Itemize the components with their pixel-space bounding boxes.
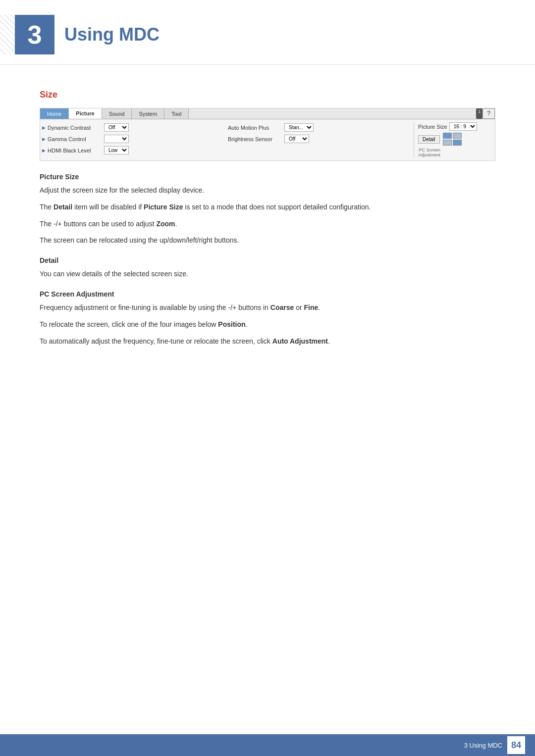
ui-tabs: Home Picture Sound System Tool 1 ? [40, 108, 495, 119]
chapter-title: Using MDC [64, 24, 160, 45]
detail-heading: Detail [40, 256, 495, 264]
auto-motion-select[interactable]: Stan... [284, 123, 314, 132]
picture-size-p4: The screen can be relocated using the up… [40, 235, 495, 247]
main-content: Size Home Picture Sound System Tool 1 ? [0, 65, 535, 372]
coarse-bold: Coarse [270, 303, 294, 311]
chapter-header: 3 Using MDC [0, 0, 535, 65]
pc-screen-p1: Frequency adjustment or fine-tuning is a… [40, 302, 495, 314]
detail-bold: Detail [54, 203, 72, 211]
detail-p1: You can view details of the selected scr… [40, 268, 495, 280]
gamma-control-label: Gamma Control [48, 136, 102, 142]
detail-button[interactable]: Detail [418, 135, 440, 144]
preview-cell-tr [453, 133, 462, 139]
picture-size-heading: Picture Size [40, 173, 495, 181]
fine-bold: Fine [304, 303, 318, 311]
auto-adjustment-bold: Auto Adjustment [272, 337, 328, 345]
dynamic-contrast-select[interactable]: Off [104, 123, 129, 132]
tab-system[interactable]: System [132, 108, 164, 119]
gamma-control-select[interactable] [104, 135, 129, 143]
help-button[interactable]: ? [482, 108, 495, 119]
pc-screen-adjustment-heading: PC Screen Adjustment [40, 290, 495, 298]
footer-text: 3 Using MDC [464, 742, 502, 749]
pc-screen-label: PC ScreenAdjustment [418, 148, 440, 157]
picture-size-label: Picture Size [418, 124, 447, 130]
chapter-number: 3 [15, 15, 54, 54]
zoom-bold: Zoom [156, 220, 175, 228]
picture-size-bold: Picture Size [144, 203, 183, 211]
picture-size-row: Picture Size 16 : 9 [418, 122, 477, 131]
arrow-icon-1: ▶ [42, 125, 46, 130]
ui-badge: 1 [476, 108, 482, 119]
brightness-sensor-label: Brightness Sensor [228, 136, 282, 142]
preview-cell-bl [443, 140, 452, 146]
preview-cell-tl [443, 133, 452, 139]
ui-content-area: ▶ Dynamic Contrast Off ▶ Gamma Control ▶… [40, 119, 495, 160]
ui-row-auto-motion: Auto Motion Plus Stan... [228, 122, 411, 133]
tab-home[interactable]: Home [40, 108, 69, 119]
preview-box [443, 133, 462, 146]
arrow-icon-2: ▶ [42, 137, 46, 142]
arrow-icon-3: ▶ [42, 148, 46, 153]
ui-right-panel: Picture Size 16 : 9 Detail [414, 122, 493, 157]
tab-sound[interactable]: Sound [102, 108, 132, 119]
page-footer: 3 Using MDC 84 [0, 734, 535, 756]
ui-row-hdmi-black: ▶ HDMI Black Level Low [42, 145, 225, 155]
ui-screenshot: Home Picture Sound System Tool 1 ? ▶ [40, 108, 495, 161]
pc-screen-p3: To automatically adjust the frequency, f… [40, 336, 495, 348]
picture-size-p3: The -/+ buttons can be used to adjust Zo… [40, 218, 495, 230]
picture-size-select[interactable]: 16 : 9 [449, 122, 477, 131]
preview-row-top [443, 133, 462, 139]
tab-picture[interactable]: Picture [69, 108, 102, 119]
preview-row-bottom [443, 140, 462, 146]
ui-left-panel: ▶ Dynamic Contrast Off ▶ Gamma Control ▶… [42, 122, 225, 157]
hdmi-black-label: HDMI Black Level [48, 148, 102, 153]
ui-middle-panel: Auto Motion Plus Stan... Brightness Sens… [228, 122, 411, 157]
page-number: 84 [507, 736, 525, 754]
auto-motion-label: Auto Motion Plus [228, 125, 282, 131]
pc-screen-p2: To relocate the screen, click one of the… [40, 319, 495, 331]
dynamic-contrast-label: Dynamic Contrast [48, 125, 102, 131]
section-heading: Size [40, 90, 495, 100]
preview-cell-br [453, 140, 462, 146]
picture-size-p1: Adjust the screen size for the selected … [40, 185, 495, 197]
position-bold: Position [218, 320, 245, 328]
picture-size-p2: The Detail item will be disabled if Pict… [40, 202, 495, 213]
brightness-sensor-select[interactable]: Off [284, 135, 309, 143]
ui-row-dynamic-contrast: ▶ Dynamic Contrast Off [42, 122, 225, 133]
ui-row-gamma-control: ▶ Gamma Control [42, 134, 225, 144]
hdmi-black-select[interactable]: Low [104, 146, 129, 154]
ui-row-brightness: Brightness Sensor Off [228, 134, 411, 144]
tab-tool[interactable]: Tool [164, 108, 189, 119]
